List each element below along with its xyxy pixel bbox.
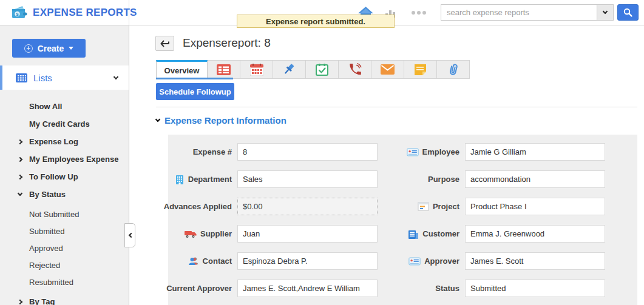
back-arrow-icon [160,40,170,47]
sidebar-item-my-credit-cards[interactable]: My Credit Cards [0,115,129,133]
sidebar-item-resubmitted[interactable]: Resubmitted [0,273,129,290]
supplier-input[interactable] [237,225,378,243]
contacts-icon [188,256,199,266]
chevron-left-icon [128,233,133,238]
field-label: Department [188,175,232,184]
sidebar-collapse-handle[interactable] [124,223,135,247]
app-title: EXPENSE REPORTS [33,7,137,19]
department-input[interactable] [237,170,378,188]
sidebar-item-by-tag[interactable]: By Tag [0,293,129,305]
tasks-icon [316,64,328,76]
sidebar-item-my-employees-expense[interactable]: My Employees Expense [0,150,129,168]
sidebar-item-submitted[interactable]: Submitted [0,223,129,240]
tab-tasks[interactable] [306,60,339,79]
tab-overview[interactable]: Overview [156,60,208,79]
chevron-right-icon [18,156,22,161]
sidebar: + Create Lists Show All My Credit Cards … [0,25,129,305]
chevron-down-icon [603,9,608,14]
tab-pushpin[interactable] [273,60,306,79]
id-card-icon [407,148,419,156]
more-options-icon[interactable] [409,0,429,25]
field-label: Current Approver [166,284,232,293]
tab-calendar[interactable] [240,60,273,79]
notification-banner: Expense report submitted. [237,15,395,28]
sidebar-item-rejected[interactable]: Rejected [0,256,129,273]
sidebar-lists-label: Lists [33,73,52,83]
search-scope-dropdown[interactable] [597,4,614,21]
sidebar-item-approved[interactable]: Approved [0,240,129,256]
wallet-icon: $ [11,5,27,20]
nav-label: Rejected [29,261,60,270]
sidebar-item-not-submitted[interactable]: Not Submitted [0,206,129,223]
customer-icon [408,229,419,239]
back-button[interactable] [155,36,174,51]
schedule-followup-button[interactable]: Schedule Followup [156,83,234,100]
expense-number-input[interactable] [237,143,378,161]
divider [156,107,637,107]
current-approver-input[interactable] [237,280,378,297]
details-icon [217,64,231,75]
active-tab-underline [156,78,233,79]
chevron-right-icon [18,299,22,304]
section-header[interactable]: Expense Report Information [156,115,286,126]
search-icon [623,8,632,17]
purpose-input[interactable] [465,170,605,188]
approver-input[interactable] [465,252,605,270]
search-button[interactable] [617,4,639,21]
field-label: Expense # [193,147,232,156]
phone-icon [348,63,362,76]
nav-label: My Employees Expense [29,155,118,164]
sidebar-item-to-follow-up[interactable]: To Follow Up [0,168,129,186]
form-row: Expense # Employee [168,138,637,166]
plus-icon: + [24,44,33,53]
chevron-down-icon [155,117,160,122]
create-button[interactable]: + Create [12,39,86,58]
nav-label: By Status [29,190,66,199]
page-title: Expensereport: 8 [183,36,271,50]
project-input[interactable] [465,198,605,215]
paperclip-icon [448,63,459,76]
nav-label: Submitted [29,227,65,236]
employee-input[interactable] [465,143,605,161]
form-row: Contact Approver [168,247,637,275]
status-input[interactable] [465,280,605,297]
contact-input[interactable] [237,252,378,270]
tab-details[interactable] [208,60,240,79]
form-row: Department Purpose [168,166,637,193]
create-button-label: Create [38,44,64,53]
customer-input[interactable] [465,225,605,243]
sidebar-item-lists[interactable]: Lists [0,65,129,90]
field-label: Customer [422,229,459,238]
field-label: Advances Applied [164,202,232,211]
nav-label: Show All [29,102,62,111]
nav-label: To Follow Up [29,172,78,181]
nav-label: Resubmitted [29,278,73,287]
sidebar-nav: Show All My Credit Cards Expense Log My … [0,98,129,305]
project-icon [418,202,429,211]
tab-attachments[interactable] [437,60,470,79]
form-row: Current Approver Status [168,275,637,302]
id-card-icon [408,257,421,266]
truck-icon [185,230,197,238]
tab-email[interactable] [371,60,404,79]
tab-notes[interactable] [404,60,437,79]
field-label: Project [433,202,459,211]
chevron-right-icon [18,174,22,179]
chevron-right-icon [18,139,22,144]
grid-icon [16,73,27,82]
email-icon [381,64,395,75]
tab-calls[interactable] [339,60,371,79]
caret-down-icon [69,47,73,50]
sidebar-item-by-status[interactable]: By Status [0,186,129,203]
app-brand: $ EXPENSE REPORTS [0,0,129,25]
nav-label: By Tag [29,297,55,305]
field-label: Status [435,284,459,293]
sidebar-item-expense-log[interactable]: Expense Log [0,133,129,150]
expense-report-form: Expense # Employee Department Purpose [168,135,637,305]
sidebar-item-show-all[interactable]: Show All [0,98,129,115]
search-input[interactable] [441,4,597,21]
chevron-down-icon [18,191,22,196]
field-label: Purpose [428,175,459,184]
record-tabs: Overview [156,60,470,79]
nav-label: My Credit Cards [29,119,90,129]
